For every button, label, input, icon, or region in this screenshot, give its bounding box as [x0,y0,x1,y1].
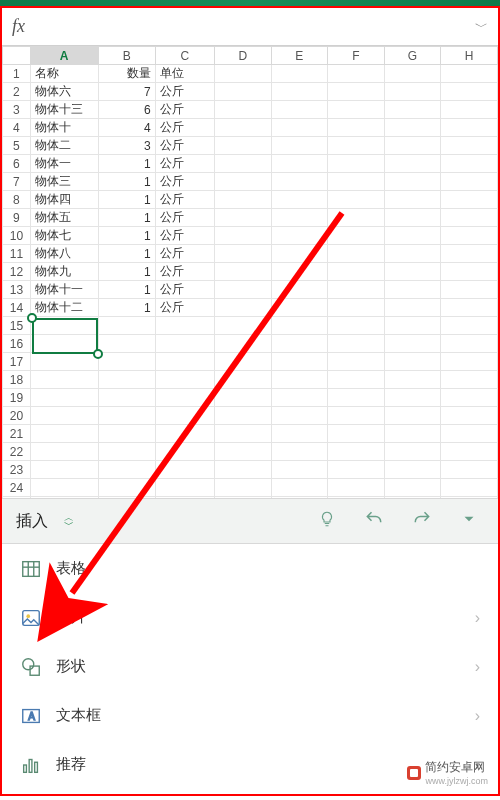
cell-F3[interactable] [328,101,385,119]
cell-D10[interactable] [214,227,271,245]
cell-C16[interactable] [155,335,214,353]
cell-H14[interactable] [441,299,498,317]
cell-H6[interactable] [441,155,498,173]
cell-C13[interactable]: 公斤 [155,281,214,299]
column-header-G[interactable]: G [384,47,441,65]
row-header-18[interactable]: 18 [3,371,31,389]
row-header-16[interactable]: 16 [3,335,31,353]
cell-D9[interactable] [214,209,271,227]
cell-G17[interactable] [384,353,441,371]
cell-F9[interactable] [328,209,385,227]
cell-H22[interactable] [441,443,498,461]
cell-F13[interactable] [328,281,385,299]
cell-E1[interactable] [271,65,328,83]
cell-C7[interactable]: 公斤 [155,173,214,191]
cell-E16[interactable] [271,335,328,353]
cell-A9[interactable]: 物体五 [30,209,98,227]
cell-C6[interactable]: 公斤 [155,155,214,173]
cell-C17[interactable] [155,353,214,371]
cell-D22[interactable] [214,443,271,461]
cell-B21[interactable] [98,425,155,443]
row-header-24[interactable]: 24 [3,479,31,497]
cell-F17[interactable] [328,353,385,371]
cell-H19[interactable] [441,389,498,407]
cell-D18[interactable] [214,371,271,389]
column-header-B[interactable]: B [98,47,155,65]
cell-A14[interactable]: 物体十二 [30,299,98,317]
cell-A13[interactable]: 物体十一 [30,281,98,299]
cell-H4[interactable] [441,119,498,137]
row-header-4[interactable]: 4 [3,119,31,137]
cell-C1[interactable]: 单位 [155,65,214,83]
row-header-8[interactable]: 8 [3,191,31,209]
cell-D8[interactable] [214,191,271,209]
cell-F20[interactable] [328,407,385,425]
row-header-23[interactable]: 23 [3,461,31,479]
redo-icon[interactable] [406,509,438,534]
cell-H20[interactable] [441,407,498,425]
cell-F18[interactable] [328,371,385,389]
cell-H3[interactable] [441,101,498,119]
cell-A17[interactable] [30,353,98,371]
row-header-21[interactable]: 21 [3,425,31,443]
row-header-6[interactable]: 6 [3,155,31,173]
cell-D19[interactable] [214,389,271,407]
cell-E18[interactable] [271,371,328,389]
cell-D14[interactable] [214,299,271,317]
cell-E20[interactable] [271,407,328,425]
cell-H16[interactable] [441,335,498,353]
cell-B12[interactable]: 1 [98,263,155,281]
cell-A21[interactable] [30,425,98,443]
cell-C19[interactable] [155,389,214,407]
formula-input[interactable] [25,19,475,35]
cell-B1[interactable]: 数量 [98,65,155,83]
cell-B17[interactable] [98,353,155,371]
cell-F14[interactable] [328,299,385,317]
cell-E14[interactable] [271,299,328,317]
row-header-17[interactable]: 17 [3,353,31,371]
row-header-9[interactable]: 9 [3,209,31,227]
cell-C9[interactable]: 公斤 [155,209,214,227]
cell-H24[interactable] [441,479,498,497]
cell-B8[interactable]: 1 [98,191,155,209]
cell-E15[interactable] [271,317,328,335]
cell-G14[interactable] [384,299,441,317]
cell-C3[interactable]: 公斤 [155,101,214,119]
cell-C21[interactable] [155,425,214,443]
cell-B23[interactable] [98,461,155,479]
cell-E21[interactable] [271,425,328,443]
cell-F8[interactable] [328,191,385,209]
cell-G3[interactable] [384,101,441,119]
cell-G4[interactable] [384,119,441,137]
cell-G23[interactable] [384,461,441,479]
undo-icon[interactable] [358,509,390,534]
cell-G22[interactable] [384,443,441,461]
cell-B18[interactable] [98,371,155,389]
column-header-H[interactable]: H [441,47,498,65]
cell-A3[interactable]: 物体十三 [30,101,98,119]
cell-A11[interactable]: 物体八 [30,245,98,263]
row-header-2[interactable]: 2 [3,83,31,101]
cell-B6[interactable]: 1 [98,155,155,173]
cell-H5[interactable] [441,137,498,155]
toolbar-mode-label[interactable]: 插入 [16,511,48,532]
cell-E11[interactable] [271,245,328,263]
menu-item-textbox[interactable]: A 文本框 › [2,691,498,740]
cell-H17[interactable] [441,353,498,371]
menu-item-table[interactable]: 表格 [2,544,498,593]
cell-D21[interactable] [214,425,271,443]
column-header-A[interactable]: A [30,47,98,65]
cell-H15[interactable] [441,317,498,335]
cell-E9[interactable] [271,209,328,227]
cell-A8[interactable]: 物体四 [30,191,98,209]
cell-H21[interactable] [441,425,498,443]
row-header-22[interactable]: 22 [3,443,31,461]
cell-F10[interactable] [328,227,385,245]
cell-F16[interactable] [328,335,385,353]
cell-E19[interactable] [271,389,328,407]
cell-G5[interactable] [384,137,441,155]
cell-G2[interactable] [384,83,441,101]
cell-A24[interactable] [30,479,98,497]
cell-H2[interactable] [441,83,498,101]
chevron-down-icon[interactable]: ﹀ [475,18,488,36]
